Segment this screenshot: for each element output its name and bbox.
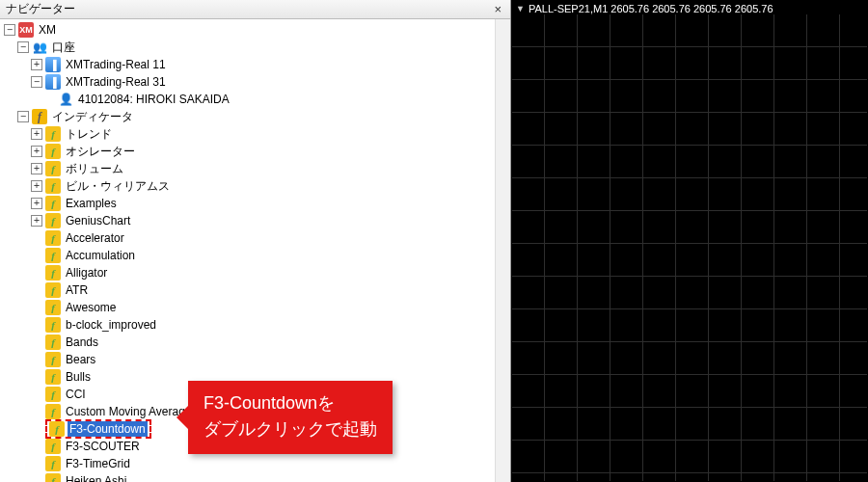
indicator-item-label: Heiken Ashi (64, 473, 128, 482)
tree-indicator-item[interactable]: fAccelerator (4, 229, 495, 247)
indicator-icon: f (45, 300, 61, 315)
chart-grid (512, 14, 867, 481)
tree-indicator-folder[interactable]: +fExamples (4, 195, 495, 212)
indicator-item-label: Awesome (64, 300, 118, 315)
indicator-folder-label: ビル・ウィリアムス (64, 177, 172, 196)
indicator-icon: f (45, 456, 61, 471)
indicator-item-label: F3-Countdown (68, 421, 148, 437)
navigator-titlebar: ナビゲーター × (0, 0, 510, 19)
collapse-icon[interactable]: − (17, 111, 29, 122)
indicator-icon: f (45, 248, 61, 263)
indicator-item-label: Bands (64, 335, 100, 350)
indicator-item-label: F3-SCOUTER (64, 439, 142, 454)
spacer (31, 406, 42, 417)
indicator-icon: f (45, 473, 61, 482)
close-icon[interactable]: × (491, 2, 504, 16)
tree-indicator-item[interactable]: fHeiken Ashi (4, 472, 495, 482)
tree-indicator-item[interactable]: fF3-TimeGrid (4, 455, 495, 472)
expand-icon[interactable]: + (31, 146, 42, 157)
callout-line2: ダブルクリックで起動 (203, 416, 377, 442)
spacer (31, 267, 42, 279)
indicator-icon: f (45, 369, 61, 385)
tree-indicator-folder[interactable]: +fトレンド (4, 125, 495, 143)
tree-indicator-folder[interactable]: +fGeniusChart (4, 212, 495, 229)
indicator-root-icon: f (32, 109, 47, 124)
indicator-icon: f (45, 282, 61, 298)
indicator-item-label: b-clock_improved (64, 317, 158, 333)
tree-account-user[interactable]: 👤 41012084: HIROKI SAKAIDA (4, 91, 495, 108)
expand-icon[interactable]: + (31, 128, 42, 140)
xm-logo-icon: XM (18, 22, 34, 38)
expand-icon[interactable]: + (31, 163, 42, 174)
person-icon: 👤 (58, 92, 73, 107)
indicator-item-label: Bears (64, 352, 97, 367)
spacer (31, 354, 42, 365)
indicator-folder-icon: f (45, 196, 61, 211)
indicator-icon: f (45, 265, 61, 281)
indicator-folder-label: ボリューム (64, 160, 125, 178)
tree-indicator-item[interactable]: fAwesome (4, 299, 495, 316)
tree-server[interactable]: − ▐ XMTrading-Real 31 (4, 73, 495, 91)
tree-indicators[interactable]: − f インディケータ (4, 108, 495, 125)
tree-indicator-item[interactable]: fb-clock_improved (4, 316, 495, 334)
tree-root-label: XM (37, 22, 58, 38)
chart-panel[interactable]: ▼ PALL-SEP21,M1 2605.76 2605.76 2605.76 … (511, 0, 868, 482)
indicator-icon: f (45, 335, 61, 350)
indicator-item-label: CCI (64, 387, 88, 402)
tree-server[interactable]: + ▐ XMTrading-Real 11 (4, 56, 495, 73)
expand-icon[interactable]: + (31, 215, 42, 227)
tree-indicator-folder[interactable]: +fボリューム (4, 160, 495, 177)
scrollbar[interactable] (495, 19, 510, 482)
spacer (31, 250, 42, 261)
indicator-folder-icon: f (45, 126, 61, 142)
indicators-label: インディケータ (50, 108, 135, 126)
collapse-icon[interactable]: − (17, 41, 29, 53)
indicator-folder-label: GeniusChart (64, 213, 132, 228)
indicator-icon: f (45, 317, 61, 333)
spacer (31, 388, 42, 400)
indicator-item-label: F3-TimeGrid (64, 456, 132, 471)
navigator-title: ナビゲーター (6, 1, 75, 17)
tree-indicator-item[interactable]: fBands (4, 334, 495, 351)
tree-indicator-item[interactable]: fATR (4, 281, 495, 299)
indicator-folder-label: オシレーター (64, 143, 137, 161)
tree-indicator-folder[interactable]: +fビル・ウィリアムス (4, 177, 495, 195)
indicator-folder-label: Examples (64, 196, 119, 211)
spacer (31, 319, 42, 331)
server-icon: ▐ (45, 57, 61, 72)
spacer (31, 232, 42, 244)
indicator-folder-icon: f (45, 161, 61, 176)
expand-icon[interactable]: + (31, 59, 42, 70)
callout-line1: F3-Countdownを (203, 390, 377, 416)
spacer (31, 302, 42, 313)
tree-accounts[interactable]: − 👥 口座 (4, 39, 495, 56)
spacer (31, 475, 42, 482)
chart-menu-icon[interactable]: ▼ (516, 4, 525, 13)
indicator-icon: f (45, 404, 61, 419)
tree-indicator-item[interactable]: fBears (4, 351, 495, 368)
expand-icon[interactable]: + (31, 180, 42, 192)
tree-indicator-item[interactable]: fAccumulation (4, 247, 495, 264)
selection-highlight: fF3-Countdown (45, 419, 151, 439)
expand-icon[interactable]: + (31, 198, 42, 209)
indicator-item-label: Alligator (64, 265, 109, 281)
spacer (31, 423, 42, 435)
spacer (31, 336, 42, 348)
chart-symbol-line: PALL-SEP21,M1 2605.76 2605.76 2605.76 26… (529, 3, 773, 14)
chart-header: ▼ PALL-SEP21,M1 2605.76 2605.76 2605.76 … (516, 3, 773, 14)
tree-indicator-item[interactable]: fAlligator (4, 264, 495, 281)
folder-icon: 👥 (32, 40, 47, 55)
indicator-folder-icon: f (45, 178, 61, 194)
indicator-folder-icon: f (45, 213, 61, 228)
collapse-icon[interactable]: − (31, 76, 42, 88)
collapse-icon[interactable]: − (4, 24, 15, 36)
tree-indicator-folder[interactable]: +fオシレーター (4, 143, 495, 160)
indicator-icon: f (49, 421, 65, 437)
tree-root-xm[interactable]: − XM XM (4, 21, 495, 39)
spacer (31, 441, 42, 452)
indicator-icon: f (45, 439, 61, 454)
server-label: XMTrading-Real 11 (64, 57, 168, 72)
indicator-item-label: Accumulation (64, 248, 137, 263)
spacer (31, 371, 42, 383)
server-label: XMTrading-Real 31 (64, 74, 168, 90)
